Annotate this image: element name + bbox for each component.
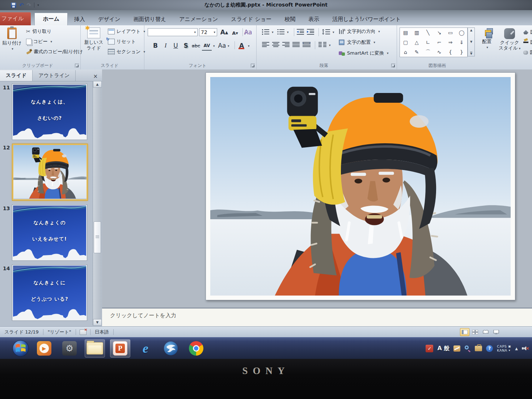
ime-toolbox-icon[interactable] [475, 346, 482, 351]
reading-view-button[interactable] [481, 328, 490, 336]
show-hidden-icons[interactable]: ▲ [515, 347, 518, 351]
clear-formatting-button[interactable]: A̷a [243, 28, 253, 37]
redo-button[interactable]: ↷ [27, 3, 31, 8]
new-slide-button[interactable]: 新しいスライド [82, 27, 106, 51]
grow-font-button[interactable]: A▴ [219, 28, 229, 37]
save-button[interactable] [11, 3, 16, 8]
italic-button[interactable]: I [161, 41, 170, 50]
slide-thumbnail-12-selected[interactable]: 12 [12, 144, 90, 200]
tab-transitions[interactable]: 画面切り替え [127, 13, 173, 25]
slide13-line2: いえをみせて! [13, 236, 86, 242]
copy-button[interactable]: コピー ▾ [26, 38, 52, 45]
panel-scrollbar[interactable]: ▲ ▼ [93, 81, 102, 326]
slide-thumbnail-11[interactable]: 11 なんきょくは、 さむいの? [12, 84, 90, 140]
text-direction-button[interactable]: A 文字列の方向 ▾ [339, 28, 380, 35]
slide-thumbnail-13[interactable]: 13 なんきょくの いえをみせて! [12, 205, 90, 260]
taskbar-thunderbird[interactable] [161, 339, 181, 357]
distribute-button[interactable] [303, 42, 311, 48]
section-button[interactable]: セクション ▾ [108, 48, 145, 55]
char-spacing-button[interactable]: AV [202, 41, 212, 51]
scroll-down-icon[interactable]: ▼ [93, 319, 102, 326]
volume-muted-icon[interactable]: × [522, 345, 528, 351]
tab-file[interactable]: ファイル [0, 12, 31, 25]
tab-view[interactable]: 表示 [302, 13, 326, 25]
slideshow-button[interactable] [491, 328, 501, 336]
slide-canvas[interactable] [206, 72, 515, 300]
underline-button[interactable]: U [171, 41, 181, 50]
tab-design[interactable]: デザイン [92, 13, 127, 25]
font-size-combo[interactable]: 72 ▾ [199, 28, 217, 36]
taskbar: ▶ ⚙ P e ✓ A 般 ? CAPS▣ KANA▾ [0, 337, 532, 359]
taskbar-powerpoint[interactable]: P [110, 339, 130, 357]
scroll-up-icon[interactable]: ▲ [93, 81, 102, 88]
font-color-button[interactable]: A [237, 41, 246, 50]
notes-placeholder[interactable]: クリックしてノートを入力 [102, 309, 532, 319]
shape-gallery-scrollbar[interactable]: ▲ ▼ ▼ [468, 27, 475, 56]
arrange-button[interactable]: 配置 ▾ [477, 28, 497, 50]
tab-animations[interactable]: アニメーション [173, 13, 224, 25]
tab-insert[interactable]: 挿入 [68, 13, 92, 25]
paragraph-dialog-launcher[interactable] [391, 64, 395, 68]
caps-kana-indicator[interactable]: CAPS▣ KANA▾ [497, 344, 511, 352]
shrink-font-button[interactable]: A▾ [230, 29, 240, 37]
change-case-button[interactable]: Aa [217, 41, 227, 50]
align-left-button[interactable] [262, 42, 269, 48]
cut-button[interactable]: ✂ 切り取り [26, 28, 51, 35]
shape-fill-button[interactable]: 図形 [523, 29, 532, 35]
notes-pane[interactable]: クリックしてノートを入力 [102, 307, 532, 326]
spellcheck-icon[interactable] [80, 330, 86, 335]
line-spacing-button[interactable] [322, 29, 330, 35]
quick-styles-button[interactable]: クイック スタイル▾ [499, 28, 520, 51]
clipboard-dialog-launcher[interactable] [75, 64, 79, 68]
theme-name[interactable]: "リゾート" [43, 329, 76, 335]
increase-indent-button[interactable] [307, 29, 314, 35]
align-right-button[interactable] [282, 42, 290, 48]
taskbar-chrome[interactable] [186, 339, 206, 357]
taskbar-internet-explorer[interactable]: e [135, 339, 156, 357]
ime-pad-icon[interactable] [453, 345, 460, 352]
slide-thumbnail-14[interactable]: 14 なんきょくに どうぶつ いる? [12, 265, 90, 321]
justify-button[interactable] [292, 42, 300, 48]
undo-button[interactable]: ↶ [19, 3, 24, 8]
help-icon[interactable]: ? [486, 345, 493, 352]
normal-view-button[interactable] [460, 328, 469, 336]
ime-dictionary-icon[interactable] [464, 345, 471, 352]
shadow-button[interactable]: S [181, 41, 191, 50]
layout-button[interactable]: レイアウト ▾ [108, 28, 145, 35]
start-button[interactable] [12, 340, 29, 357]
panel-tab-slides[interactable]: スライド [0, 70, 33, 81]
slide-sorter-button[interactable] [470, 328, 480, 336]
reset-button[interactable]: リセット [108, 38, 136, 45]
panel-close-button[interactable]: × [89, 72, 102, 81]
qat-customize-dropdown[interactable]: ▾ [37, 3, 39, 7]
decrease-indent-button[interactable] [297, 29, 304, 35]
numbering-button[interactable] [277, 29, 285, 35]
strikethrough-button[interactable]: abc [191, 41, 201, 50]
columns-button[interactable] [318, 42, 326, 48]
font-name-combo[interactable]: ▾ [148, 28, 198, 36]
tab-addin[interactable]: 活用しよう!パワーポイント [326, 13, 407, 25]
convert-smartart-button[interactable]: SmartArt に変換 ▾ [339, 50, 389, 56]
language-indicator[interactable]: 日本語 [90, 329, 113, 335]
ime-mode-indicator[interactable]: A 般 [437, 345, 449, 352]
bold-button[interactable]: B [151, 41, 160, 50]
taskbar-file-explorer[interactable] [85, 339, 105, 357]
tab-home[interactable]: ホーム [34, 13, 68, 25]
tab-review[interactable]: 校閲 [278, 13, 302, 25]
paste-button[interactable]: 貼り付け ▾ [1, 27, 23, 51]
align-text-button[interactable]: 文字の配置 ▾ [339, 39, 375, 46]
shape-gallery[interactable]: ▤▥ ╲↘ ▭◯ ▢△ ∟⌐ ⇒⇓ ⌂✎ ⌒∿ {} [400, 27, 468, 57]
taskbar-media-player[interactable]: ▶ [34, 339, 54, 357]
paste-dropdown[interactable]: ▾ [12, 47, 13, 51]
font-dialog-launcher[interactable] [251, 64, 255, 68]
shape-outline-button[interactable]: 図形 [523, 39, 532, 46]
format-painter-button[interactable]: 書式のコピー/貼り付け [26, 48, 83, 55]
tab-slideshow[interactable]: スライド ショー [224, 13, 278, 25]
bullets-button[interactable] [262, 29, 270, 35]
shape-effects-button[interactable]: 図形 [523, 49, 532, 56]
scrollbar-thumb[interactable] [94, 221, 101, 253]
taskbar-utility[interactable]: ⚙ [59, 339, 80, 357]
ime-status-icon[interactable]: ✓ [426, 345, 433, 352]
panel-tab-outline[interactable]: アウトライン [33, 70, 76, 81]
align-center-button[interactable] [272, 42, 279, 48]
